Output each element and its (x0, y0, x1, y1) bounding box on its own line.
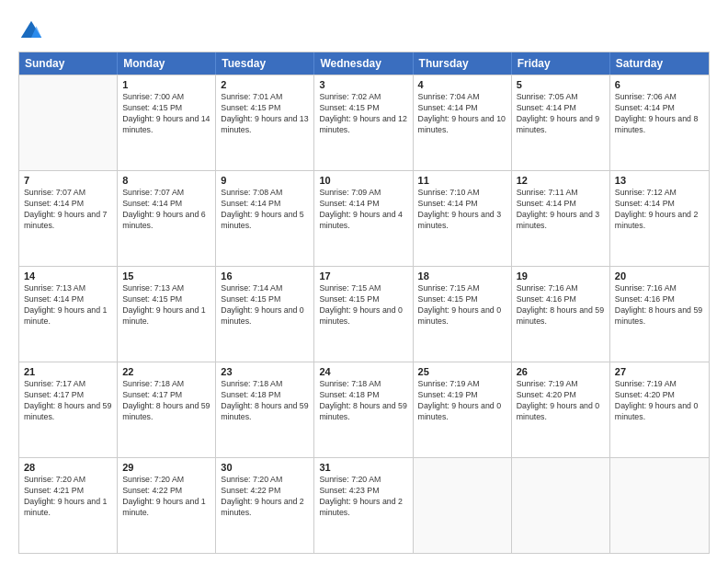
logo (18, 18, 48, 44)
calendar-row-5: 28Sunrise: 7:20 AM Sunset: 4:21 PM Dayli… (19, 457, 709, 553)
logo-icon (18, 18, 44, 44)
day-cell-31: 31Sunrise: 7:20 AM Sunset: 4:23 PM Dayli… (314, 458, 413, 553)
day-number: 11 (418, 175, 506, 186)
calendar-header: SundayMondayTuesdayWednesdayThursdayFrid… (19, 52, 709, 75)
header-day-wednesday: Wednesday (314, 52, 413, 75)
day-number: 6 (615, 79, 704, 90)
header-day-tuesday: Tuesday (216, 52, 314, 75)
day-cell-4: 4Sunrise: 7:04 AM Sunset: 4:14 PM Daylig… (414, 75, 512, 170)
header-day-sunday: Sunday (19, 52, 118, 75)
day-info: Sunrise: 7:08 AM Sunset: 4:14 PM Dayligh… (221, 188, 309, 232)
day-info: Sunrise: 7:00 AM Sunset: 4:15 PM Dayligh… (122, 92, 210, 136)
calendar-row-2: 7Sunrise: 7:07 AM Sunset: 4:14 PM Daylig… (19, 170, 709, 266)
day-number: 17 (319, 270, 407, 282)
day-cell-13: 13Sunrise: 7:12 AM Sunset: 4:14 PM Dayli… (610, 171, 709, 266)
day-cell-19: 19Sunrise: 7:16 AM Sunset: 4:16 PM Dayli… (512, 267, 610, 362)
day-number: 12 (517, 175, 605, 186)
day-number: 10 (319, 175, 407, 186)
day-cell-20: 20Sunrise: 7:16 AM Sunset: 4:16 PM Dayli… (610, 267, 709, 362)
header-day-friday: Friday (512, 52, 610, 75)
calendar-row-3: 14Sunrise: 7:13 AM Sunset: 4:14 PM Dayli… (19, 266, 709, 362)
day-number: 15 (122, 270, 210, 282)
day-info: Sunrise: 7:16 AM Sunset: 4:16 PM Dayligh… (517, 283, 605, 327)
calendar-body: 1Sunrise: 7:00 AM Sunset: 4:15 PM Daylig… (19, 75, 709, 553)
day-number: 26 (517, 366, 605, 377)
day-number: 7 (24, 175, 112, 186)
page: SundayMondayTuesdayWednesdayThursdayFrid… (0, 0, 728, 563)
day-number: 21 (24, 366, 112, 377)
day-info: Sunrise: 7:14 AM Sunset: 4:15 PM Dayligh… (221, 283, 309, 327)
day-number: 23 (221, 366, 309, 377)
day-number: 8 (122, 175, 210, 186)
day-info: Sunrise: 7:12 AM Sunset: 4:14 PM Dayligh… (615, 188, 704, 232)
day-info: Sunrise: 7:20 AM Sunset: 4:22 PM Dayligh… (221, 475, 309, 519)
day-info: Sunrise: 7:13 AM Sunset: 4:14 PM Dayligh… (24, 283, 112, 327)
day-info: Sunrise: 7:20 AM Sunset: 4:21 PM Dayligh… (24, 475, 112, 519)
day-number: 20 (615, 270, 704, 282)
day-info: Sunrise: 7:18 AM Sunset: 4:17 PM Dayligh… (122, 379, 210, 423)
day-info: Sunrise: 7:02 AM Sunset: 4:15 PM Dayligh… (319, 92, 407, 136)
day-cell-25: 25Sunrise: 7:19 AM Sunset: 4:19 PM Dayli… (414, 362, 512, 457)
day-cell-8: 8Sunrise: 7:07 AM Sunset: 4:14 PM Daylig… (118, 171, 216, 266)
calendar-row-4: 21Sunrise: 7:17 AM Sunset: 4:17 PM Dayli… (19, 362, 709, 457)
day-number: 9 (221, 175, 309, 186)
day-number: 18 (418, 270, 506, 282)
day-cell-7: 7Sunrise: 7:07 AM Sunset: 4:14 PM Daylig… (19, 171, 118, 266)
day-info: Sunrise: 7:07 AM Sunset: 4:14 PM Dayligh… (24, 188, 112, 232)
header-day-monday: Monday (118, 52, 216, 75)
day-cell-6: 6Sunrise: 7:06 AM Sunset: 4:14 PM Daylig… (610, 75, 709, 170)
day-number: 3 (319, 79, 407, 90)
day-cell-17: 17Sunrise: 7:15 AM Sunset: 4:15 PM Dayli… (314, 267, 413, 362)
header-day-thursday: Thursday (414, 52, 512, 75)
day-number: 30 (221, 462, 309, 473)
day-info: Sunrise: 7:18 AM Sunset: 4:18 PM Dayligh… (319, 379, 407, 423)
day-number: 16 (221, 270, 309, 282)
day-info: Sunrise: 7:15 AM Sunset: 4:15 PM Dayligh… (319, 283, 407, 327)
day-cell-14: 14Sunrise: 7:13 AM Sunset: 4:14 PM Dayli… (19, 267, 118, 362)
day-info: Sunrise: 7:15 AM Sunset: 4:15 PM Dayligh… (418, 283, 506, 327)
day-info: Sunrise: 7:20 AM Sunset: 4:22 PM Dayligh… (122, 475, 210, 519)
day-cell-1: 1Sunrise: 7:00 AM Sunset: 4:15 PM Daylig… (118, 75, 216, 170)
day-cell-26: 26Sunrise: 7:19 AM Sunset: 4:20 PM Dayli… (512, 362, 610, 457)
day-number: 22 (122, 366, 210, 377)
day-info: Sunrise: 7:16 AM Sunset: 4:16 PM Dayligh… (615, 283, 704, 327)
day-number: 1 (122, 79, 210, 90)
day-cell-11: 11Sunrise: 7:10 AM Sunset: 4:14 PM Dayli… (414, 171, 512, 266)
day-info: Sunrise: 7:19 AM Sunset: 4:20 PM Dayligh… (517, 379, 605, 423)
day-info: Sunrise: 7:09 AM Sunset: 4:14 PM Dayligh… (319, 188, 407, 232)
day-info: Sunrise: 7:20 AM Sunset: 4:23 PM Dayligh… (319, 475, 407, 519)
day-info: Sunrise: 7:19 AM Sunset: 4:19 PM Dayligh… (418, 379, 506, 423)
day-cell-29: 29Sunrise: 7:20 AM Sunset: 4:22 PM Dayli… (118, 458, 216, 553)
day-cell-9: 9Sunrise: 7:08 AM Sunset: 4:14 PM Daylig… (216, 171, 314, 266)
day-number: 13 (615, 175, 704, 186)
day-info: Sunrise: 7:10 AM Sunset: 4:14 PM Dayligh… (418, 188, 506, 232)
day-info: Sunrise: 7:01 AM Sunset: 4:15 PM Dayligh… (221, 92, 309, 136)
day-number: 25 (418, 366, 506, 377)
day-cell-3: 3Sunrise: 7:02 AM Sunset: 4:15 PM Daylig… (314, 75, 413, 170)
day-info: Sunrise: 7:17 AM Sunset: 4:17 PM Dayligh… (24, 379, 112, 423)
day-cell-27: 27Sunrise: 7:19 AM Sunset: 4:20 PM Dayli… (610, 362, 709, 457)
day-info: Sunrise: 7:18 AM Sunset: 4:18 PM Dayligh… (221, 379, 309, 423)
day-cell-2: 2Sunrise: 7:01 AM Sunset: 4:15 PM Daylig… (216, 75, 314, 170)
day-cell-12: 12Sunrise: 7:11 AM Sunset: 4:14 PM Dayli… (512, 171, 610, 266)
empty-cell (512, 458, 610, 553)
day-cell-15: 15Sunrise: 7:13 AM Sunset: 4:15 PM Dayli… (118, 267, 216, 362)
calendar: SundayMondayTuesdayWednesdayThursdayFrid… (18, 52, 710, 554)
empty-cell (610, 458, 709, 553)
day-number: 27 (615, 366, 704, 377)
day-number: 19 (517, 270, 605, 282)
day-number: 5 (517, 79, 605, 90)
empty-cell (414, 458, 512, 553)
calendar-row-1: 1Sunrise: 7:00 AM Sunset: 4:15 PM Daylig… (19, 75, 709, 170)
day-cell-24: 24Sunrise: 7:18 AM Sunset: 4:18 PM Dayli… (314, 362, 413, 457)
day-info: Sunrise: 7:13 AM Sunset: 4:15 PM Dayligh… (122, 283, 210, 327)
day-cell-23: 23Sunrise: 7:18 AM Sunset: 4:18 PM Dayli… (216, 362, 314, 457)
day-cell-30: 30Sunrise: 7:20 AM Sunset: 4:22 PM Dayli… (216, 458, 314, 553)
day-number: 2 (221, 79, 309, 90)
day-info: Sunrise: 7:06 AM Sunset: 4:14 PM Dayligh… (615, 92, 704, 136)
day-cell-16: 16Sunrise: 7:14 AM Sunset: 4:15 PM Dayli… (216, 267, 314, 362)
day-cell-18: 18Sunrise: 7:15 AM Sunset: 4:15 PM Dayli… (414, 267, 512, 362)
header (18, 15, 710, 44)
day-info: Sunrise: 7:19 AM Sunset: 4:20 PM Dayligh… (615, 379, 704, 423)
day-info: Sunrise: 7:04 AM Sunset: 4:14 PM Dayligh… (418, 92, 506, 136)
